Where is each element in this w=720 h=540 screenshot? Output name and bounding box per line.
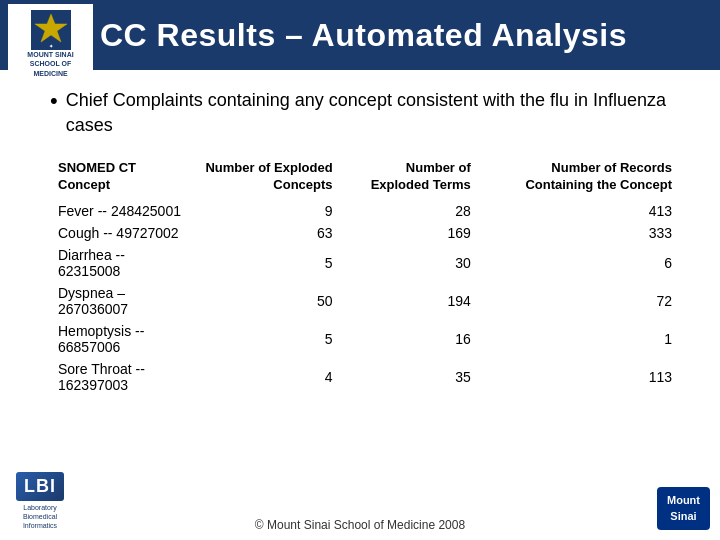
cell-concept: Diarrhea -- 62315008 <box>50 244 190 282</box>
cell-exploded-terms: 35 <box>341 358 479 396</box>
col-header-concept: SNOMED CT Concept <box>50 158 190 200</box>
cell-exploded-terms: 28 <box>341 200 479 222</box>
cell-records: 6 <box>479 244 680 282</box>
lbi-text: Laboratory Biomedical Informatics <box>10 503 70 530</box>
bullet-icon: • <box>50 86 58 117</box>
cell-concept: Dyspnea – 267036007 <box>50 282 190 320</box>
lbi-badge: LBI Laboratory Biomedical Informatics <box>10 472 70 530</box>
table-row: Sore Throat -- 162397003435113 <box>50 358 680 396</box>
cell-exploded-terms: 169 <box>341 222 479 244</box>
cell-exploded-concepts: 50 <box>190 282 341 320</box>
mount-sinai-logo-icon: ✦ <box>31 10 71 50</box>
page-title: CC Results – Automated Analysis <box>100 17 627 54</box>
cell-records: 113 <box>479 358 680 396</box>
cell-exploded-terms: 194 <box>341 282 479 320</box>
cell-records: 72 <box>479 282 680 320</box>
bullet-text: Chief Complaints containing any concept … <box>66 88 690 138</box>
cell-records: 413 <box>479 200 680 222</box>
main-content: • Chief Complaints containing any concep… <box>0 70 720 406</box>
copyright-text: © Mount Sinai School of Medicine 2008 <box>255 518 465 532</box>
table-row: Dyspnea – 2670360075019472 <box>50 282 680 320</box>
bullet-section: • Chief Complaints containing any concep… <box>30 88 690 138</box>
cell-exploded-concepts: 4 <box>190 358 341 396</box>
cell-concept: Hemoptysis -- 66857006 <box>50 320 190 358</box>
cell-exploded-concepts: 5 <box>190 244 341 282</box>
table-row: Hemoptysis -- 668570065161 <box>50 320 680 358</box>
header: CC Results – Automated Analysis <box>0 0 720 70</box>
cell-concept: Fever -- 248425001 <box>50 200 190 222</box>
logo-text: MOUNT SINAI SCHOOL OF MEDICINE <box>27 50 73 77</box>
table-row: Diarrhea -- 623150085306 <box>50 244 680 282</box>
cell-exploded-terms: 30 <box>341 244 479 282</box>
col-header-exploded-terms: Number of Exploded Terms <box>341 158 479 200</box>
cell-exploded-concepts: 63 <box>190 222 341 244</box>
data-table-container: SNOMED CT Concept Number of Exploded Con… <box>30 158 690 396</box>
mount-sinai-badge: Mount Sinai <box>657 487 710 530</box>
table-row: Fever -- 248425001928413 <box>50 200 680 222</box>
cell-exploded-concepts: 9 <box>190 200 341 222</box>
logo-area: ✦ MOUNT SINAI SCHOOL OF MEDICINE <box>8 4 93 84</box>
col-header-exploded-concepts: Number of Exploded Concepts <box>190 158 341 200</box>
lbi-logo-icon: LBI <box>16 472 64 501</box>
results-table: SNOMED CT Concept Number of Exploded Con… <box>50 158 680 396</box>
table-row: Cough -- 4972700263169333 <box>50 222 680 244</box>
cell-exploded-concepts: 5 <box>190 320 341 358</box>
cell-exploded-terms: 16 <box>341 320 479 358</box>
cell-records: 1 <box>479 320 680 358</box>
cell-records: 333 <box>479 222 680 244</box>
footer: © Mount Sinai School of Medicine 2008 <box>0 518 720 532</box>
col-header-records: Number of Records Containing the Concept <box>479 158 680 200</box>
cell-concept: Cough -- 49727002 <box>50 222 190 244</box>
cell-concept: Sore Throat -- 162397003 <box>50 358 190 396</box>
